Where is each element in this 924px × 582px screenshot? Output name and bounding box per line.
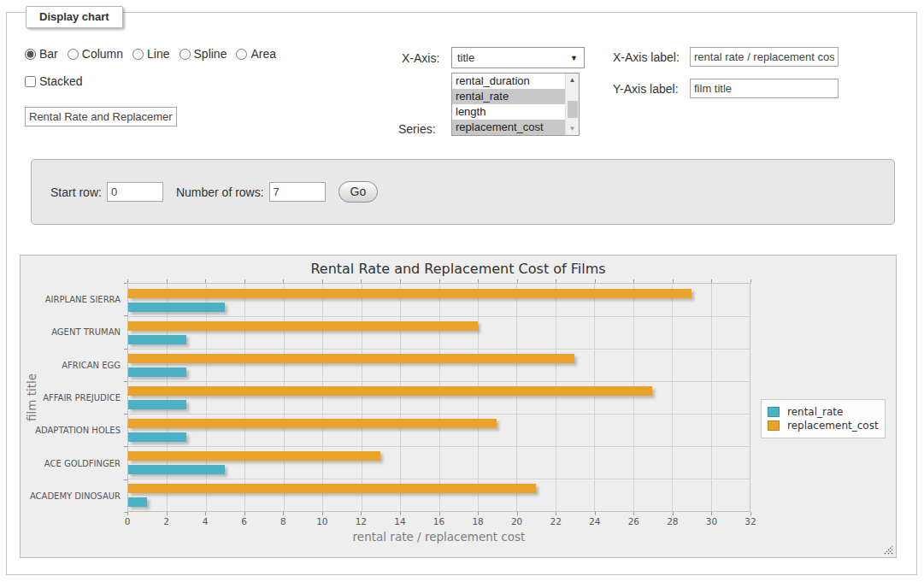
y-axis-label-input[interactable] [690, 79, 839, 98]
y-tick-mark [124, 381, 127, 382]
x-tick-label: 30 [706, 516, 717, 526]
bar-rental_rate [128, 497, 147, 507]
category-row [128, 284, 750, 316]
bar-replacement_cost [128, 321, 478, 331]
x-tick-label: 0 [125, 516, 131, 526]
x-tick-mark [167, 512, 168, 515]
x-axis-title: rental rate / replacement cost [127, 530, 750, 544]
x-tick-label: 18 [472, 516, 483, 526]
x-tick-mark [517, 512, 518, 515]
chart-type-bar: Bar [25, 47, 58, 61]
scroll-down-icon[interactable]: ▼ [566, 122, 579, 135]
bar-rental_rate [128, 335, 186, 344]
x-tick-mark [439, 512, 440, 515]
chart-type-label: Line [147, 47, 169, 61]
legend-swatch-icon [768, 420, 780, 431]
y-axis-title: film title [25, 373, 38, 421]
stacked-row: Stacked [25, 74, 83, 88]
series-scrollbar[interactable]: ▲ ▼ [565, 73, 579, 135]
x-axis-select-label: X-Axis: [402, 51, 439, 65]
bar-rental_rate [128, 367, 186, 377]
chart-type-radio-area[interactable] [236, 49, 247, 60]
x-tick-mark [478, 512, 479, 515]
chart-type-line: Line [132, 47, 169, 61]
go-button[interactable]: Go [338, 181, 379, 203]
rows-panel: Start row: Number of rows: Go [31, 159, 895, 225]
bar-rental_rate [128, 432, 186, 442]
scrollbar-thumb[interactable] [568, 101, 578, 118]
chart-type-label: Area [250, 47, 276, 61]
chart-type-radio-spline[interactable] [180, 49, 191, 60]
stacked-checkbox[interactable] [25, 76, 36, 87]
chart-title-input[interactable] [25, 107, 177, 126]
x-tick-mark [205, 279, 206, 283]
x-tick-label: 6 [241, 516, 247, 526]
chart-type-label: Column [82, 47, 123, 61]
num-rows-input[interactable] [269, 182, 326, 202]
y-tick-mark [124, 414, 127, 414]
chart-type-spline: Spline [180, 47, 227, 61]
x-tick-label: 22 [550, 516, 562, 526]
x-tick-mark [322, 512, 323, 515]
category-label: AFRICAN EGG [21, 360, 121, 369]
x-axis-selected-value: title [457, 51, 474, 64]
series-option-replacement_cost[interactable]: replacement_cost [452, 120, 565, 135]
x-tick-mark [673, 279, 674, 283]
x-axis-label-label: X-Axis label: [613, 50, 680, 64]
chart-type-radio-line[interactable] [132, 49, 144, 60]
x-tick-mark [439, 279, 440, 283]
category-row [128, 414, 750, 446]
chart-type-radio-column[interactable] [68, 49, 79, 60]
category-label: ACE GOLDFINGER [21, 458, 121, 467]
x-tick-mark [127, 279, 128, 283]
x-tick-mark [127, 512, 128, 515]
chart-type-area: Area [236, 47, 276, 61]
chart-legend: rental_ratereplacement_cost [761, 399, 886, 438]
x-axis-select[interactable]: title ▼ [451, 47, 585, 68]
x-tick-mark [244, 279, 245, 283]
x-tick-mark [283, 279, 284, 283]
x-tick-mark [400, 279, 401, 283]
x-tick-label: 16 [433, 516, 444, 526]
x-tick-mark [633, 279, 634, 283]
chart-type-radio-bar[interactable] [25, 49, 36, 60]
y-tick-mark [124, 479, 127, 480]
y-tick-mark [124, 283, 127, 284]
bar-replacement_cost [128, 289, 692, 298]
legend-item-replacement_cost: replacement_cost [768, 420, 879, 432]
x-tick-label: 14 [394, 516, 405, 526]
x-tick-mark [750, 512, 751, 515]
chevron-down-icon: ▼ [570, 54, 578, 62]
bar-rental_rate [128, 465, 225, 474]
series-option-length[interactable]: length [452, 104, 565, 120]
series-option-rental_rate[interactable]: rental_rate [452, 89, 565, 104]
x-tick-mark [283, 512, 284, 515]
bar-replacement_cost [128, 451, 380, 461]
x-tick-label: 8 [280, 516, 286, 526]
legend-swatch-icon [768, 407, 780, 417]
series-options: rental_durationrental_ratelengthreplacem… [452, 73, 579, 135]
resize-grip-icon[interactable] [883, 544, 893, 555]
series-listbox[interactable]: rental_durationrental_ratelengthreplacem… [451, 73, 580, 136]
start-row-input[interactable] [107, 182, 163, 202]
x-tick-label: 10 [316, 516, 327, 526]
series-option-rental_duration[interactable]: rental_duration [452, 73, 565, 89]
category-row [128, 349, 750, 381]
category-row [128, 316, 750, 349]
x-tick-mark [595, 512, 596, 515]
y-tick-mark [124, 315, 127, 316]
x-tick-label: 4 [203, 516, 209, 526]
x-tick-mark [595, 279, 596, 283]
x-tick-label: 12 [356, 516, 367, 526]
scroll-up-icon[interactable]: ▲ [566, 73, 579, 86]
category-label: ACADEMY DINOSAUR [21, 491, 121, 500]
category-label: ADAPTATION HOLES [21, 426, 121, 435]
x-tick-label: 20 [511, 516, 522, 526]
stacked-label: Stacked [25, 74, 83, 88]
x-tick-mark [361, 279, 362, 283]
x-axis-label-input[interactable] [690, 47, 839, 67]
bar-replacement_cost [128, 484, 536, 493]
legend-item-rental_rate: rental_rate [768, 406, 879, 418]
chart-title: Rental Rate and Replacement Cost of Film… [21, 261, 896, 277]
category-label: AIRPLANE SIERRA [21, 295, 121, 304]
